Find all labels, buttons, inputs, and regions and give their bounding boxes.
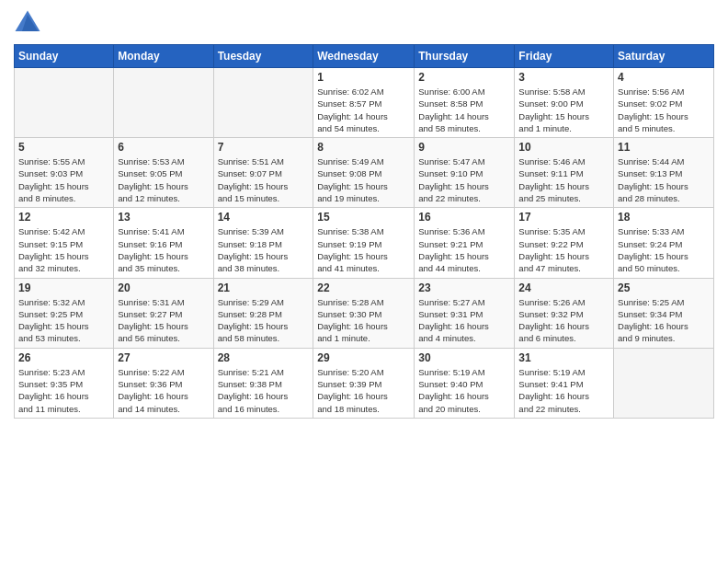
calendar-cell: 3Sunrise: 5:58 AM Sunset: 9:00 PM Daylig…: [515, 68, 614, 138]
day-number: 9: [418, 141, 510, 154]
day-number: 16: [418, 211, 510, 224]
day-number: 30: [418, 351, 510, 364]
day-number: 1: [317, 71, 410, 84]
weekday-header-friday: Friday: [515, 45, 614, 68]
day-info: Sunrise: 5:19 AM Sunset: 9:41 PM Dayligh…: [518, 366, 609, 415]
day-number: 2: [418, 71, 510, 84]
day-info: Sunrise: 5:36 AM Sunset: 9:21 PM Dayligh…: [418, 225, 510, 274]
day-info: Sunrise: 5:23 AM Sunset: 9:35 PM Dayligh…: [18, 366, 109, 415]
calendar-cell: 11Sunrise: 5:44 AM Sunset: 9:13 PM Dayli…: [614, 138, 714, 208]
calendar-cell: 1Sunrise: 6:02 AM Sunset: 8:57 PM Daylig…: [313, 68, 415, 138]
day-info: Sunrise: 5:22 AM Sunset: 9:36 PM Dayligh…: [118, 366, 209, 415]
calendar-cell: 29Sunrise: 5:20 AM Sunset: 9:39 PM Dayli…: [313, 348, 415, 418]
calendar-cell: 20Sunrise: 5:31 AM Sunset: 9:27 PM Dayli…: [114, 278, 213, 348]
day-number: 27: [118, 351, 209, 364]
day-info: Sunrise: 5:49 AM Sunset: 9:08 PM Dayligh…: [317, 155, 410, 204]
calendar-cell: 13Sunrise: 5:41 AM Sunset: 9:16 PM Dayli…: [114, 208, 213, 278]
week-row-3: 19Sunrise: 5:32 AM Sunset: 9:25 PM Dayli…: [15, 278, 714, 348]
day-info: Sunrise: 5:46 AM Sunset: 9:11 PM Dayligh…: [518, 155, 609, 204]
day-number: 31: [518, 351, 609, 364]
calendar-cell: 5Sunrise: 5:55 AM Sunset: 9:03 PM Daylig…: [15, 138, 114, 208]
weekday-header-wednesday: Wednesday: [313, 45, 415, 68]
day-info: Sunrise: 5:55 AM Sunset: 9:03 PM Dayligh…: [18, 155, 109, 204]
day-info: Sunrise: 5:38 AM Sunset: 9:19 PM Dayligh…: [317, 225, 410, 274]
day-number: 12: [18, 211, 109, 224]
calendar-cell: 16Sunrise: 5:36 AM Sunset: 9:21 PM Dayli…: [415, 208, 515, 278]
day-number: 23: [418, 282, 510, 294]
calendar-cell: 17Sunrise: 5:35 AM Sunset: 9:22 PM Dayli…: [515, 208, 614, 278]
day-number: 28: [218, 351, 310, 364]
weekday-header-sunday: Sunday: [15, 45, 114, 68]
calendar-cell: [614, 348, 714, 418]
day-info: Sunrise: 5:25 AM Sunset: 9:34 PM Dayligh…: [618, 296, 710, 345]
day-number: 13: [118, 211, 209, 224]
day-info: Sunrise: 5:20 AM Sunset: 9:39 PM Dayligh…: [317, 366, 410, 415]
day-number: 15: [317, 211, 410, 224]
day-info: Sunrise: 5:33 AM Sunset: 9:24 PM Dayligh…: [618, 225, 710, 274]
day-number: 8: [317, 141, 410, 154]
calendar-cell: [15, 68, 114, 138]
calendar-cell: 19Sunrise: 5:32 AM Sunset: 9:25 PM Dayli…: [15, 278, 114, 348]
week-row-4: 26Sunrise: 5:23 AM Sunset: 9:35 PM Dayli…: [15, 348, 714, 418]
day-info: Sunrise: 5:26 AM Sunset: 9:32 PM Dayligh…: [518, 296, 609, 345]
page: SundayMondayTuesdayWednesdayThursdayFrid…: [0, 0, 728, 428]
day-number: 11: [618, 141, 710, 154]
calendar-cell: 31Sunrise: 5:19 AM Sunset: 9:41 PM Dayli…: [515, 348, 614, 418]
day-number: 19: [18, 282, 109, 294]
day-number: 7: [218, 141, 310, 154]
day-info: Sunrise: 6:00 AM Sunset: 8:58 PM Dayligh…: [418, 86, 510, 134]
calendar-cell: 14Sunrise: 5:39 AM Sunset: 9:18 PM Dayli…: [213, 208, 313, 278]
day-number: 18: [618, 211, 710, 224]
day-number: 24: [518, 282, 609, 294]
day-info: Sunrise: 5:29 AM Sunset: 9:28 PM Dayligh…: [218, 296, 310, 345]
day-number: 4: [618, 71, 710, 84]
day-number: 26: [18, 351, 109, 364]
day-number: 10: [518, 141, 609, 154]
calendar-cell: 4Sunrise: 5:56 AM Sunset: 9:02 PM Daylig…: [614, 68, 714, 138]
day-info: Sunrise: 5:32 AM Sunset: 9:25 PM Dayligh…: [18, 296, 109, 345]
calendar-cell: 22Sunrise: 5:28 AM Sunset: 9:30 PM Dayli…: [313, 278, 415, 348]
calendar-cell: 8Sunrise: 5:49 AM Sunset: 9:08 PM Daylig…: [313, 138, 415, 208]
day-info: Sunrise: 5:27 AM Sunset: 9:31 PM Dayligh…: [418, 296, 510, 345]
day-info: Sunrise: 5:53 AM Sunset: 9:05 PM Dayligh…: [118, 155, 209, 204]
calendar-table: SundayMondayTuesdayWednesdayThursdayFrid…: [14, 44, 714, 419]
calendar-cell: 2Sunrise: 6:00 AM Sunset: 8:58 PM Daylig…: [415, 68, 515, 138]
calendar-cell: 7Sunrise: 5:51 AM Sunset: 9:07 PM Daylig…: [213, 138, 313, 208]
calendar-cell: 30Sunrise: 5:19 AM Sunset: 9:40 PM Dayli…: [415, 348, 515, 418]
day-info: Sunrise: 5:35 AM Sunset: 9:22 PM Dayligh…: [518, 225, 609, 274]
calendar-cell: 23Sunrise: 5:27 AM Sunset: 9:31 PM Dayli…: [415, 278, 515, 348]
day-number: 6: [118, 141, 209, 154]
day-number: 29: [317, 351, 410, 364]
day-info: Sunrise: 5:58 AM Sunset: 9:00 PM Dayligh…: [518, 86, 609, 134]
calendar-cell: 10Sunrise: 5:46 AM Sunset: 9:11 PM Dayli…: [515, 138, 614, 208]
day-info: Sunrise: 5:19 AM Sunset: 9:40 PM Dayligh…: [418, 366, 510, 415]
day-info: Sunrise: 5:56 AM Sunset: 9:02 PM Dayligh…: [618, 86, 710, 134]
calendar-cell: [114, 68, 213, 138]
weekday-header-tuesday: Tuesday: [213, 45, 313, 68]
weekday-header-thursday: Thursday: [415, 45, 515, 68]
calendar-cell: 9Sunrise: 5:47 AM Sunset: 9:10 PM Daylig…: [415, 138, 515, 208]
weekday-header-saturday: Saturday: [614, 45, 714, 68]
calendar-cell: 6Sunrise: 5:53 AM Sunset: 9:05 PM Daylig…: [114, 138, 213, 208]
weekday-header-monday: Monday: [114, 45, 213, 68]
day-info: Sunrise: 5:21 AM Sunset: 9:38 PM Dayligh…: [218, 366, 310, 415]
calendar-cell: 12Sunrise: 5:42 AM Sunset: 9:15 PM Dayli…: [15, 208, 114, 278]
day-info: Sunrise: 5:51 AM Sunset: 9:07 PM Dayligh…: [218, 155, 310, 204]
weekday-header-row: SundayMondayTuesdayWednesdayThursdayFrid…: [15, 45, 714, 68]
day-number: 17: [518, 211, 609, 224]
day-info: Sunrise: 5:39 AM Sunset: 9:18 PM Dayligh…: [218, 225, 310, 274]
calendar-cell: 15Sunrise: 5:38 AM Sunset: 9:19 PM Dayli…: [313, 208, 415, 278]
calendar-cell: 27Sunrise: 5:22 AM Sunset: 9:36 PM Dayli…: [114, 348, 213, 418]
day-number: 14: [218, 211, 310, 224]
day-number: 3: [518, 71, 609, 84]
calendar-cell: 21Sunrise: 5:29 AM Sunset: 9:28 PM Dayli…: [213, 278, 313, 348]
week-row-0: 1Sunrise: 6:02 AM Sunset: 8:57 PM Daylig…: [15, 68, 714, 138]
week-row-2: 12Sunrise: 5:42 AM Sunset: 9:15 PM Dayli…: [15, 208, 714, 278]
day-number: 5: [18, 141, 109, 154]
calendar-cell: 24Sunrise: 5:26 AM Sunset: 9:32 PM Dayli…: [515, 278, 614, 348]
calendar-cell: 25Sunrise: 5:25 AM Sunset: 9:34 PM Dayli…: [614, 278, 714, 348]
day-number: 22: [317, 282, 410, 294]
day-info: Sunrise: 5:44 AM Sunset: 9:13 PM Dayligh…: [618, 155, 710, 204]
day-info: Sunrise: 5:31 AM Sunset: 9:27 PM Dayligh…: [118, 296, 209, 345]
day-info: Sunrise: 5:41 AM Sunset: 9:16 PM Dayligh…: [118, 225, 209, 274]
